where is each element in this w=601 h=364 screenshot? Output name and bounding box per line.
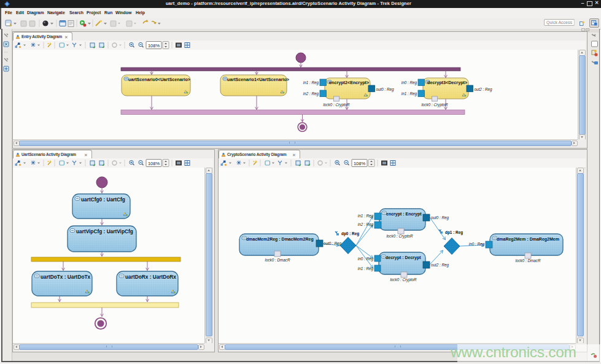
svg-text:decrypt3<Decrypt>: decrypt3<Decrypt> (427, 80, 467, 85)
svg-text:dp0 : Reg: dp0 : Reg (341, 231, 359, 236)
svg-text:uartDoRx : UartDoRx: uartDoRx : UartDoRx (125, 274, 176, 280)
svg-text:in0 : Reg: in0 : Reg (469, 242, 485, 247)
svg-text:in1 : Reg: in1 : Reg (358, 266, 374, 271)
svg-text:108%: 108% (148, 161, 160, 166)
svg-text:decrypt : Decrypt: decrypt : Decrypt (386, 255, 421, 260)
svg-text:in0 : Reg: in0 : Reg (401, 80, 417, 85)
svg-text:uartScenario1<UartScenario>: uartScenario1<UartScenario> (227, 77, 289, 82)
svg-text:in1 : Reg: in1 : Reg (358, 214, 374, 219)
svg-text:lock0 : CryptoR: lock0 : CryptoR (386, 234, 413, 239)
svg-text:uartDoTx : UartDoTx: uartDoTx : UartDoTx (41, 274, 91, 280)
svg-text:out2 : Reg: out2 : Reg (475, 87, 493, 92)
svg-text:in1 : Reg: in1 : Reg (303, 80, 319, 85)
svg-text:dmacMem2Reg : DmacMem2Reg: dmacMem2Reg : DmacMem2Reg (246, 237, 314, 242)
svg-text:in2 : Reg: in2 : Reg (303, 91, 319, 96)
svg-text:lock0 : CryptoR: lock0 : CryptoR (421, 103, 448, 107)
svg-text:out0 : Reg: out0 : Reg (324, 241, 342, 246)
svg-text:lock0 : DmacR: lock0 : DmacR (516, 258, 541, 263)
svg-text:in1 : Reg: in1 : Reg (401, 91, 417, 96)
svg-text:out2 : Reg: out2 : Reg (431, 263, 449, 268)
svg-text:lock0 : CryptoR: lock0 : CryptoR (390, 277, 416, 282)
svg-text:out0 : Reg: out0 : Reg (431, 215, 449, 220)
svg-text:lock0 : DmacR: lock0 : DmacR (265, 258, 290, 262)
svg-text:uartVipCfg : UartVipCfg: uartVipCfg : UartVipCfg (76, 228, 133, 234)
svg-text:encrypt2<Encrypt>: encrypt2<Encrypt> (329, 80, 369, 85)
svg-text:out0 : Reg: out0 : Reg (376, 87, 395, 92)
svg-text:in2 : Reg: in2 : Reg (358, 222, 374, 227)
svg-text:dmaReg2Mem : DmaReg2Mem: dmaReg2Mem : DmaReg2Mem (497, 237, 559, 242)
svg-text:108%: 108% (354, 161, 366, 166)
svg-text:lock0 : CryptoR: lock0 : CryptoR (323, 103, 349, 107)
svg-text:uartCfg0 : UartCfg: uartCfg0 : UartCfg (81, 196, 125, 203)
svg-text:uartScenario0<UartScenario>: uartScenario0<UartScenario> (128, 77, 190, 82)
svg-text:108%: 108% (148, 43, 160, 48)
svg-text:encrypt : Encrypt: encrypt : Encrypt (386, 212, 422, 217)
svg-text:in0 : Reg: in0 : Reg (358, 257, 374, 261)
svg-text:dp1 : Reg: dp1 : Reg (445, 230, 463, 235)
